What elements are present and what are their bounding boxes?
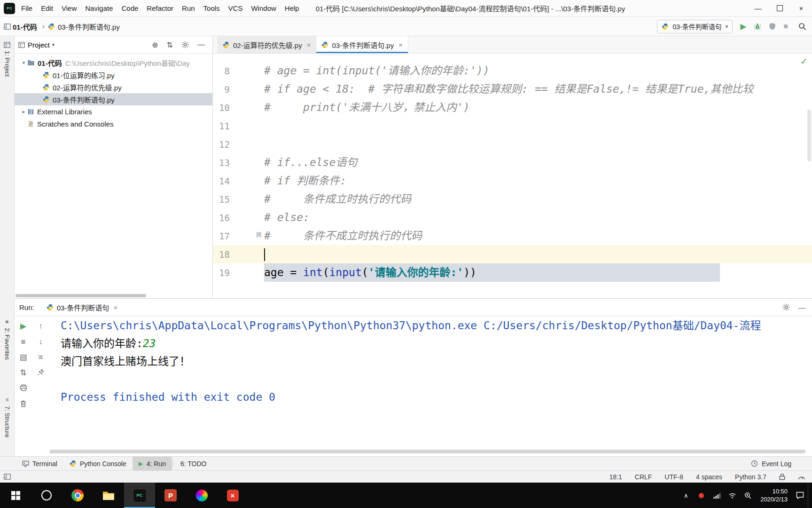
editor-line[interactable]: 12	[213, 135, 812, 153]
taskbar-app-pycharm[interactable]: PC	[124, 483, 155, 508]
editor-line[interactable]: 15# 条件成立时执行的代码	[213, 190, 812, 208]
status-item[interactable]: UTF-8	[664, 473, 683, 481]
editor-line[interactable]: 19age = int(input('请输入你的年龄:'))	[213, 263, 812, 282]
breadcrumb-file[interactable]: 03-条件判断语句.py	[58, 22, 120, 32]
code-line[interactable]	[251, 245, 812, 263]
taskbar-clock[interactable]: 10:50 2020/2/13	[756, 483, 792, 508]
editor-line[interactable]: 9# if age < 18: # 字符串和数字做比较运算规则: == 结果是F…	[213, 80, 812, 98]
horizontal-scrollbar[interactable]	[49, 450, 805, 453]
tree-caret-icon[interactable]: ▾	[20, 60, 27, 66]
up-stack-trace-icon[interactable]: ↑	[39, 322, 43, 330]
tab-close-icon[interactable]: ×	[398, 41, 403, 49]
gutter-line-number[interactable]: 18	[213, 249, 251, 260]
menu-navigate[interactable]: Navigate	[81, 0, 117, 16]
tray-hidden-icons-button[interactable]: ∧	[678, 483, 694, 508]
locate-file-icon[interactable]: ⊕	[152, 40, 158, 49]
event-log-button[interactable]: Event Log	[751, 460, 812, 468]
project-panel-title[interactable]: Project	[28, 41, 50, 49]
code-line[interactable]: # if 判断条件:	[251, 172, 812, 190]
clear-all-icon[interactable]	[20, 400, 26, 409]
maximize-button[interactable]	[769, 0, 790, 16]
tab-close-icon[interactable]: ×	[307, 41, 311, 49]
gutter-line-number[interactable]: 11	[213, 121, 251, 131]
menu-refactor[interactable]: Refactor	[142, 0, 178, 16]
gutter-line-number[interactable]: 10	[213, 103, 251, 113]
tray-wifi-icon[interactable]	[725, 483, 740, 508]
status-item[interactable]: 18:1	[609, 473, 622, 481]
code-line[interactable]: # if age < 18: # 字符串和数字做比较运算规则: == 结果是Fa…	[251, 80, 812, 98]
gutter-line-number[interactable]: 14	[213, 176, 251, 186]
editor-line[interactable]: 18	[213, 245, 812, 263]
memory-gauge-icon[interactable]	[798, 474, 805, 480]
code-line[interactable]: # else:	[251, 208, 812, 227]
code-line[interactable]: age = int(input('请输入你的年龄:'))	[251, 263, 812, 282]
print-icon[interactable]	[20, 384, 27, 393]
action-center-button[interactable]	[792, 483, 808, 508]
toolwindow-button-6-todo[interactable]: 6: TODO	[174, 457, 213, 470]
editor-line[interactable]: 14# if 判断条件:	[213, 172, 812, 190]
toolwindow-button-terminal[interactable]: Terminal	[16, 457, 63, 470]
editor-line[interactable]: 17# 条件不成立时执行的代码	[213, 227, 812, 245]
cortana-search-button[interactable]	[31, 483, 62, 508]
code-line[interactable]: # 条件不成立时执行的代码	[251, 227, 812, 245]
tree-item[interactable]: ▾01-代码C:\Users\chris\Desktop\Python基础\Da…	[15, 56, 212, 69]
horizontal-scrollbar[interactable]	[16, 294, 146, 297]
show-desktop-button[interactable]	[808, 483, 812, 508]
tree-item[interactable]: Scratches and Consoles	[15, 118, 212, 130]
toolwindow-button-python-console[interactable]: Python Console	[63, 457, 133, 470]
editor-tab[interactable]: 02-运算符的优先级.py×	[218, 36, 316, 53]
chevron-down-icon[interactable]: ▾	[52, 42, 55, 48]
tray-recording-icon[interactable]	[694, 483, 709, 508]
editor-tab[interactable]: 03-条件判断语句.py×	[316, 36, 408, 53]
editor-line[interactable]: 11	[213, 117, 812, 135]
editor-line[interactable]: 13# if...else语句	[213, 153, 812, 172]
tray-cellular-icon[interactable]	[709, 483, 725, 508]
menu-tools[interactable]: Tools	[199, 0, 224, 16]
settings-gear-icon[interactable]	[181, 41, 189, 48]
toolwindow-button-4-run[interactable]: ▶4: Run	[133, 457, 172, 470]
stripe-button-structure[interactable]: ≡ 7: Structure	[0, 397, 14, 437]
code-line[interactable]: # 条件成立时执行的代码	[251, 190, 812, 208]
run-button[interactable]: ▶	[740, 22, 746, 32]
tray-magnifier-icon[interactable]	[740, 483, 756, 508]
hide-panel-icon[interactable]: —	[197, 40, 205, 49]
menu-vcs[interactable]: VCS	[224, 0, 247, 16]
menu-code[interactable]: Code	[117, 0, 142, 16]
rerun-icon[interactable]: ▶	[20, 322, 26, 330]
gutter-line-number[interactable]: 12	[213, 139, 251, 150]
code-line[interactable]: # print('未满十八岁，禁止入内')	[251, 98, 812, 117]
start-button[interactable]	[0, 483, 31, 508]
tree-item[interactable]: 03-条件判断语句.py	[15, 93, 212, 105]
debug-button[interactable]	[754, 23, 761, 30]
editor-line[interactable]: 8# age = int(input('请输入你的年龄:'))	[213, 62, 812, 80]
restore-layout-icon[interactable]: ▤	[19, 353, 27, 361]
close-icon[interactable]: ×	[113, 303, 117, 311]
console-output[interactable]: C:\Users\chris\AppData\Local\Programs\Py…	[49, 316, 812, 456]
soft-wrap-icon[interactable]: ≡	[39, 353, 43, 361]
menu-view[interactable]: View	[57, 0, 81, 16]
minimize-button[interactable]: —	[747, 0, 769, 16]
gutter-line-number[interactable]: 13	[213, 158, 251, 168]
gutter-line-number[interactable]: 15	[213, 194, 251, 205]
menu-help[interactable]: Help	[281, 0, 304, 16]
scroll-to-end-icon[interactable]: ⇅	[20, 369, 26, 377]
stop-icon[interactable]: ■	[21, 338, 25, 346]
toolwindow-quick-access-icon[interactable]	[4, 474, 11, 480]
stripe-button-favorites[interactable]: ★ 2: Favorites	[0, 318, 14, 360]
stop-button[interactable]: ■	[783, 22, 788, 31]
stripe-button-project[interactable]: 1: Project	[0, 42, 14, 77]
code-line[interactable]: # if...else语句	[251, 153, 812, 172]
gutter-line-number[interactable]: 19	[213, 268, 251, 278]
editor-content[interactable]: ✓ 8# age = int(input('请输入你的年龄:'))9# if a…	[213, 53, 812, 298]
editor-line[interactable]: 10# print('未满十八岁，禁止入内')	[213, 98, 812, 117]
status-item[interactable]: CRLF	[635, 473, 652, 481]
taskbar-app-explorer[interactable]	[93, 483, 124, 508]
gutter-line-number[interactable]: 9	[213, 84, 251, 95]
menu-edit[interactable]: Edit	[37, 0, 57, 16]
status-item[interactable]: Python 3.7	[735, 473, 766, 481]
tree-caret-icon[interactable]: ▸	[20, 109, 27, 115]
gutter-line-number[interactable]: 8	[213, 66, 251, 76]
gutter-line-number[interactable]: 17	[213, 231, 251, 241]
coverage-button[interactable]	[769, 23, 776, 30]
gutter-line-number[interactable]: 16	[213, 213, 251, 223]
